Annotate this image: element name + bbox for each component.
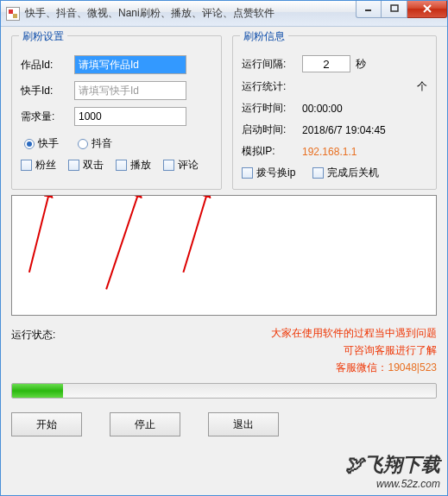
ip-row: 模拟IP: 192.168.1.1 bbox=[242, 144, 427, 159]
checkbox-icon bbox=[312, 167, 324, 179]
settings-title: 刷粉设置 bbox=[19, 29, 67, 44]
interval-label: 运行间隔: bbox=[242, 57, 297, 72]
close-icon bbox=[422, 4, 432, 13]
start-button[interactable]: 开始 bbox=[11, 412, 82, 436]
svg-line-5 bbox=[106, 196, 141, 289]
checkbox-shutdown[interactable]: 完成后关机 bbox=[312, 166, 379, 180]
settings-group: 刷粉设置 作品Id: 快手Id: 需求量: 快手 bbox=[11, 35, 222, 190]
checkbox-icon bbox=[242, 167, 253, 179]
ks-id-row: 快手Id: bbox=[21, 81, 212, 100]
content-area: 刷粉设置 作品Id: 快手Id: 需求量: 快手 bbox=[1, 27, 447, 495]
checkbox-icon bbox=[116, 160, 127, 171]
svg-line-4 bbox=[29, 196, 51, 273]
platform-radios: 快手 抖音 bbox=[24, 136, 212, 151]
svg-line-6 bbox=[183, 196, 209, 273]
stop-button[interactable]: 停止 bbox=[110, 412, 180, 436]
interval-input[interactable] bbox=[302, 55, 350, 72]
annotation-arrows bbox=[12, 196, 436, 315]
action-checkboxes: 粉丝 双击 播放 评论 bbox=[21, 158, 212, 173]
cb-shutdown-label: 完成后关机 bbox=[327, 166, 379, 180]
stats-unit: 个 bbox=[417, 79, 427, 94]
ks-id-label: 快手Id: bbox=[21, 84, 67, 98]
action-buttons: 开始 停止 退出 bbox=[11, 412, 437, 436]
window-controls bbox=[356, 1, 447, 18]
checkbox-fans[interactable]: 粉丝 bbox=[21, 158, 56, 173]
app-icon bbox=[6, 7, 20, 21]
radio-icon bbox=[78, 139, 88, 149]
app-window: 快手、抖音、微视、Nani刷粉、播放、评论、点赞软件 刷粉设置 作品Id: bbox=[0, 0, 448, 496]
radio-kuaishou[interactable]: 快手 bbox=[24, 136, 59, 151]
minimize-button[interactable] bbox=[356, 1, 382, 18]
interval-row: 运行间隔: 秒 bbox=[242, 55, 427, 72]
stats-row: 运行统计: 个 bbox=[242, 79, 427, 94]
window-title: 快手、抖音、微视、Nani刷粉、播放、评论、点赞软件 bbox=[25, 6, 356, 21]
work-id-row: 作品Id: bbox=[21, 55, 212, 74]
demand-input[interactable] bbox=[74, 107, 186, 126]
checkbox-play[interactable]: 播放 bbox=[116, 158, 151, 173]
top-panels: 刷粉设置 作品Id: 快手Id: 需求量: 快手 bbox=[11, 35, 437, 190]
close-button[interactable] bbox=[407, 1, 447, 18]
runtime-row: 运行时间: 00:00:00 bbox=[242, 101, 427, 116]
demand-row: 需求量: bbox=[21, 107, 212, 126]
status-label: 运行状态: bbox=[11, 324, 63, 342]
runtime-label: 运行时间: bbox=[242, 101, 297, 116]
maximize-button[interactable] bbox=[382, 1, 407, 18]
interval-unit: 秒 bbox=[356, 57, 366, 72]
status-line3: 客服微信：19048|523 bbox=[72, 359, 437, 376]
info-title: 刷粉信息 bbox=[240, 29, 288, 44]
checkbox-comment[interactable]: 评论 bbox=[163, 158, 199, 173]
svg-rect-1 bbox=[391, 5, 398, 11]
radio-douyin[interactable]: 抖音 bbox=[78, 136, 112, 151]
stats-label: 运行统计: bbox=[242, 79, 297, 94]
minimize-icon bbox=[364, 4, 373, 13]
ip-value: 192.168.1.1 bbox=[302, 146, 427, 158]
status-text: 大家在使用软件的过程当中遇到问题 可咨询客服进行了解 客服微信：19048|52… bbox=[72, 324, 437, 376]
status-line2: 可咨询客服进行了解 bbox=[72, 342, 437, 359]
radio-douyin-label: 抖音 bbox=[91, 136, 112, 151]
demand-label: 需求量: bbox=[21, 110, 67, 124]
info-checkboxes: 拨号换ip 完成后关机 bbox=[242, 166, 427, 180]
cb-fans-label: 粉丝 bbox=[35, 158, 56, 173]
checkbox-icon bbox=[68, 160, 79, 171]
start-label: 启动时间: bbox=[242, 122, 297, 137]
radio-icon bbox=[24, 139, 35, 149]
ks-id-input[interactable] bbox=[74, 81, 186, 100]
work-id-input[interactable] bbox=[74, 55, 186, 74]
maximize-icon bbox=[390, 4, 399, 13]
checkbox-icon bbox=[163, 160, 174, 171]
status-row: 运行状态: 大家在使用软件的过程当中遇到问题 可咨询客服进行了解 客服微信：19… bbox=[11, 324, 437, 376]
cb-double-label: 双击 bbox=[83, 158, 104, 173]
checkbox-double[interactable]: 双击 bbox=[68, 158, 104, 173]
radio-kuaishou-label: 快手 bbox=[38, 136, 59, 151]
titlebar: 快手、抖音、微视、Nani刷粉、播放、评论、点赞软件 bbox=[1, 1, 447, 27]
cb-dial-label: 拨号换ip bbox=[256, 166, 295, 180]
progress-fill bbox=[12, 384, 63, 398]
start-value: 2018/6/7 19:04:45 bbox=[302, 124, 427, 136]
checkbox-icon bbox=[21, 160, 32, 171]
ip-label: 模拟IP: bbox=[242, 144, 297, 159]
start-row: 启动时间: 2018/6/7 19:04:45 bbox=[242, 122, 427, 137]
progress-bar bbox=[11, 383, 437, 399]
checkbox-dial[interactable]: 拨号换ip bbox=[242, 166, 295, 180]
cb-comment-label: 评论 bbox=[178, 158, 199, 173]
runtime-value: 00:00:00 bbox=[302, 103, 427, 115]
status-line1: 大家在使用软件的过程当中遇到问题 bbox=[72, 324, 437, 342]
log-box[interactable] bbox=[11, 195, 437, 316]
work-id-label: 作品Id: bbox=[21, 58, 67, 72]
cb-play-label: 播放 bbox=[130, 158, 151, 173]
info-group: 刷粉信息 运行间隔: 秒 运行统计: 个 运行时间: 00:00:00 启动时间… bbox=[232, 35, 437, 190]
exit-button[interactable]: 退出 bbox=[208, 412, 279, 436]
